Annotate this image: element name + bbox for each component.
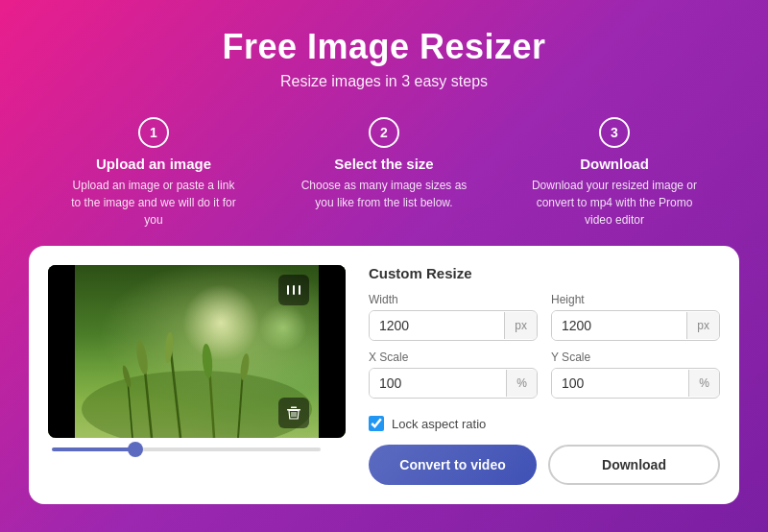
page-header: Free Image Resizer Resize images in 3 ea… — [0, 0, 768, 108]
width-unit: px — [504, 312, 537, 339]
scale-row: X Scale % Y Scale % — [369, 351, 720, 399]
width-label: Width — [369, 293, 538, 306]
step-3-desc: Download your resized image or convert t… — [528, 177, 701, 229]
custom-resize-title: Custom Resize — [369, 265, 720, 281]
step-2-title: Select the size — [334, 156, 433, 172]
width-input-wrapper: px — [369, 310, 538, 341]
step-1-title: Upload an image — [96, 156, 211, 172]
y-scale-label: Y Scale — [551, 351, 720, 364]
step-2-desc: Choose as many image sizes as you like f… — [298, 177, 470, 211]
lock-aspect-label: Lock aspect ratio — [392, 417, 486, 431]
step-2-number: 2 — [369, 117, 399, 148]
y-scale-group: Y Scale % — [551, 351, 720, 399]
y-scale-unit: % — [688, 370, 719, 397]
svg-rect-13 — [299, 285, 300, 295]
step-2: 2 Select the size Choose as many image s… — [298, 117, 470, 229]
svg-point-2 — [134, 339, 150, 375]
width-group: Width px — [369, 293, 538, 341]
height-input-wrapper: px — [551, 310, 720, 341]
x-scale-input-wrapper: % — [369, 368, 538, 399]
x-scale-group: X Scale % — [369, 351, 538, 399]
svg-rect-15 — [291, 407, 297, 409]
image-slider[interactable] — [52, 447, 321, 451]
step-3: 3 Download Download your resized image o… — [528, 117, 701, 229]
image-container — [48, 265, 346, 438]
height-group: Height px — [551, 293, 720, 341]
width-height-row: Width px Height px — [369, 293, 720, 341]
y-scale-input[interactable] — [552, 369, 688, 398]
resize-icon[interactable] — [278, 275, 309, 305]
step-3-title: Download — [580, 156, 649, 172]
height-label: Height — [551, 293, 720, 306]
step-1-number: 1 — [138, 117, 169, 148]
steps-section: 1 Upload an image Upload an image or pas… — [0, 108, 768, 246]
step-1-desc: Upload an image or paste a link to the i… — [67, 177, 240, 229]
x-scale-unit: % — [506, 370, 537, 397]
image-area — [48, 265, 346, 485]
step-3-number: 3 — [599, 117, 630, 148]
page-subtitle: Resize images in 3 easy steps — [19, 73, 749, 90]
convert-to-video-button[interactable]: Convert to video — [369, 445, 537, 485]
delete-icon[interactable] — [278, 398, 309, 428]
y-scale-input-wrapper: % — [551, 368, 720, 399]
main-card: Custom Resize Width px Height px X Scale — [29, 246, 739, 504]
black-bar-left — [48, 265, 75, 438]
x-scale-label: X Scale — [369, 351, 538, 364]
action-buttons: Convert to video Download — [369, 445, 720, 485]
lock-aspect-checkbox[interactable] — [369, 416, 384, 431]
svg-point-0 — [82, 371, 312, 438]
height-input[interactable] — [552, 311, 686, 340]
page-title: Free Image Resizer — [19, 27, 749, 67]
height-unit: px — [686, 312, 719, 339]
x-scale-input[interactable] — [370, 369, 506, 398]
download-button[interactable]: Download — [548, 445, 720, 485]
svg-rect-11 — [287, 285, 289, 295]
slider-area — [48, 438, 346, 451]
controls-area: Custom Resize Width px Height px X Scale — [369, 265, 720, 485]
svg-rect-12 — [293, 285, 295, 295]
lock-aspect-row: Lock aspect ratio — [369, 416, 720, 431]
width-input[interactable] — [370, 311, 504, 340]
black-bar-right — [319, 265, 346, 438]
step-1: 1 Upload an image Upload an image or pas… — [67, 117, 240, 229]
